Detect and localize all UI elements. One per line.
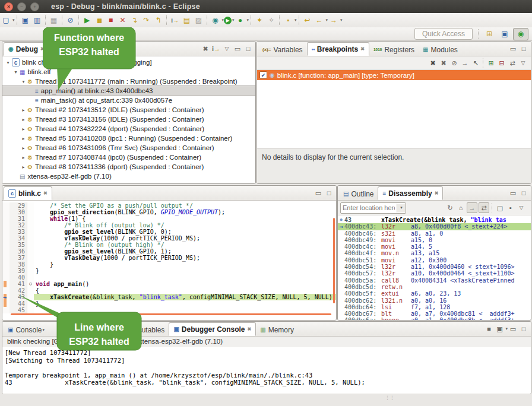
minimize-icon[interactable]: ▭ <box>233 44 242 53</box>
open-element-icon[interactable]: ✦ <box>254 15 265 26</box>
show-supported-breakpoints-icon[interactable]: ⊘ <box>449 58 459 68</box>
pin-editor-icon[interactable]: ▪ <box>283 15 293 26</box>
vertical-scrollbar[interactable] <box>333 218 335 303</box>
disassembly-row[interactable]: 400dbc67:blta0, a7, 0x400dbc81 <__adddf3… <box>338 310 531 317</box>
tree-row[interactable]: ≡main_task() at cpu_start.c:339 0x400d05… <box>2 96 255 105</box>
disassembly-row[interactable]: 400dbc49:movia15, 0 <box>338 237 531 243</box>
cpp-perspective-icon[interactable]: ▣ <box>498 28 512 40</box>
disassembly-listing[interactable]: ●43xTaskCreate(&blink_task, "blink_tas→4… <box>338 215 531 321</box>
tab-disassembly[interactable]: ≡ Disassembly ✖ <box>378 186 443 200</box>
view-menu-icon[interactable]: ▽ <box>517 203 526 212</box>
tree-row[interactable]: ▸⚙Thread #5 1073410208 (ipc1 : Running) … <box>2 134 255 143</box>
new-view-icon[interactable]: ▢ <box>495 203 505 212</box>
expander-icon[interactable]: ▾ <box>5 60 11 65</box>
expander-icon[interactable]: ▸ <box>20 136 27 141</box>
disassembly-row[interactable]: 400dbc62:l32i.na0, a0, 16 <box>338 297 531 304</box>
minimize-icon[interactable]: ▭ <box>508 324 518 334</box>
home-icon[interactable]: ⌂ <box>456 203 466 212</box>
expander-icon[interactable]: ▸ <box>20 107 27 113</box>
code-line[interactable]: 38 } <box>2 261 336 268</box>
pin-view-icon[interactable]: ▪ <box>506 203 515 212</box>
sash-grip[interactable]: ⋮⋮ <box>385 395 394 401</box>
collapse-all-icon[interactable]: ⊟ <box>497 58 506 68</box>
maximize-icon[interactable]: □ <box>243 44 253 53</box>
chevron-down-icon[interactable]: ▾ <box>247 18 249 23</box>
expander-icon[interactable]: ▸ <box>20 126 27 132</box>
tab-blink-c[interactable]: c blink.c ✖ <box>4 186 52 200</box>
code-line[interactable]: 30 gpio_set_direction(BLINK_GPIO, GPIO_M… <box>2 209 336 215</box>
disassembly-row[interactable]: 400dbc46:s32ia8, a1, 0 <box>338 230 531 237</box>
terminate-console-icon[interactable]: ■ <box>484 324 493 334</box>
disassembly-row[interactable]: ●43xTaskCreate(&blink_task, "blink_tas <box>338 217 531 223</box>
tab-memory[interactable]: ▥ Memory <box>256 323 298 336</box>
link-with-debug-view-icon[interactable]: ⇄ <box>508 58 517 68</box>
disassembly-row[interactable]: 400dbc6a:bnonea0, a1, 0x400dbc8b <__addd… <box>338 317 531 321</box>
remove-breakpoint-icon[interactable]: ✖ <box>428 58 438 68</box>
forward-icon[interactable]: → <box>328 15 339 26</box>
expander-icon[interactable]: ▸ <box>20 155 27 160</box>
last-edit-location-icon[interactable]: ↩ <box>302 15 313 26</box>
close-icon[interactable]: ✖ <box>435 191 439 196</box>
build-icon[interactable]: ▦ <box>49 15 59 26</box>
step-into-icon[interactable]: ↴ <box>129 15 140 26</box>
close-icon[interactable]: ✖ <box>360 46 365 52</box>
minimize-icon[interactable]: ▭ <box>508 188 518 198</box>
save-icon[interactable]: ▣ <box>20 15 31 26</box>
trace-control-icon[interactable]: ▨ <box>194 15 204 26</box>
expander-icon[interactable]: ▸ <box>20 145 27 151</box>
search-icon[interactable]: ✧ <box>266 15 277 26</box>
breakpoint-row[interactable]: ✔ ◉ blink.c [function: app_main] [type: … <box>257 70 531 80</box>
chevron-down-icon[interactable]: ▾ <box>12 18 15 23</box>
minimize-icon[interactable]: ▭ <box>314 188 323 198</box>
tab-debugger-console[interactable]: ▣ Debugger Console ✖ <box>169 322 256 336</box>
tree-row[interactable]: ▸⚙Thread #3 1073413156 (IDLE) (Suspended… <box>2 115 255 124</box>
code-line[interactable]: 41⊖void app_main() <box>2 281 336 287</box>
tab-registers[interactable]: 1010 Registers <box>369 43 419 56</box>
disassembly-row[interactable]: 400dbc5f:extuia6, a0, 23, 13 <box>338 290 531 297</box>
go-to-file-icon[interactable]: → <box>460 58 470 68</box>
code-line[interactable]: 34 vTaskDelay(1000 / portTICK_PERIOD_MS)… <box>2 235 336 242</box>
disassembly-row[interactable]: 400dbc51:movia12, 0x300 <box>338 257 531 264</box>
suspend-icon[interactable]: ▮▮ <box>94 15 104 26</box>
breakpoint-checkbox[interactable]: ✔ <box>259 71 267 79</box>
minimize-icon[interactable]: ▭ <box>508 44 518 53</box>
quick-access-button[interactable]: Quick Access <box>414 28 473 40</box>
maximize-icon[interactable]: □ <box>519 44 528 53</box>
view-menu-icon[interactable]: ▽ <box>518 58 528 68</box>
select-default-icon[interactable]: ↖ <box>471 58 480 68</box>
code-line[interactable]: 32 /* Blink off (output low) */ <box>2 222 336 229</box>
debug-launch-icon[interactable]: ◉ <box>210 15 221 26</box>
instruction-stepping-mode-icon[interactable]: i→ <box>211 44 221 53</box>
code-line[interactable]: 29 /* Set the GPIO as a push/pull output… <box>2 202 336 209</box>
tree-row[interactable]: ▸⚙Thread #7 1073408744 (ipc0) (Suspended… <box>2 153 255 162</box>
code-line[interactable]: 39} <box>2 268 336 274</box>
tree-row[interactable]: ▸⚙Thread #2 1073413512 (IDLE) (Suspended… <box>2 105 255 115</box>
code-line[interactable]: 35 /* Blink on (output high) */ <box>2 242 336 248</box>
expander-icon[interactable]: ▾ <box>20 79 27 84</box>
location-input[interactable] <box>341 204 397 211</box>
instruction-stepping-icon[interactable]: i→ <box>170 15 180 26</box>
disassembly-row[interactable]: 400dbc64:lsif7, a1, 128 <box>338 304 531 310</box>
disassembly-row[interactable]: 400dbc57:l32ra10, 0x400d0464 <_stext+110… <box>338 270 531 277</box>
disassembly-row[interactable]: 400dbc5d:retw.n <box>338 284 531 290</box>
fold-icon[interactable]: ⊖ <box>27 281 34 287</box>
window-maximize-button[interactable]: + <box>30 2 39 11</box>
maximize-icon[interactable]: □ <box>519 324 528 334</box>
code-line[interactable]: 36 gpio_set_level(BLINK_GPIO, 1); <box>2 248 336 255</box>
tree-row[interactable]: ▸⚙Thread #4 1073432224 (dport) (Suspende… <box>2 124 255 134</box>
tab-modules[interactable]: ▦ Modules <box>419 43 462 56</box>
close-icon[interactable]: ✖ <box>43 191 48 196</box>
disassembly-row[interactable]: →400dbc43:l32ra8, 0x400d00f8 <_stext+224… <box>338 223 531 230</box>
new-wizard-icon[interactable]: ▢ <box>1 15 11 26</box>
step-over-icon[interactable]: ↷ <box>141 15 152 26</box>
chevron-down-icon[interactable]: ▾ <box>294 18 297 23</box>
tab-breakpoints[interactable]: ●● Breakpoints ✖ <box>307 42 369 56</box>
run-launch-icon[interactable]: ▶ <box>224 17 232 24</box>
refresh-icon[interactable]: ↻ <box>445 203 455 212</box>
show-debug-view-icon[interactable]: ▤ <box>182 15 192 26</box>
chevron-down-icon[interactable]: ▾ <box>232 18 235 23</box>
window-close-button[interactable]: ✕ <box>4 2 13 11</box>
expander-icon[interactable]: ▾ <box>12 69 19 75</box>
window-minimize-button[interactable]: − <box>17 2 26 11</box>
disconnect-icon[interactable]: ✕ <box>118 15 128 26</box>
